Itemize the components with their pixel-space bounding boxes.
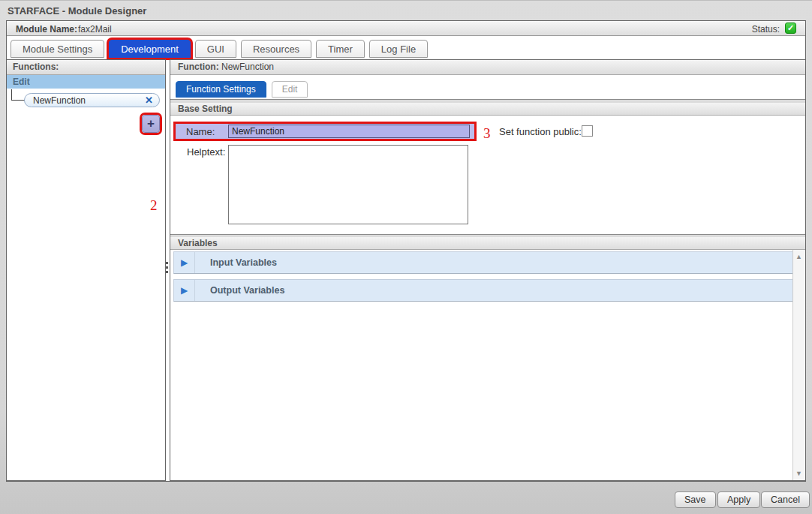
scroll-up-icon[interactable]: ▲ (793, 251, 804, 262)
tree-root-edit[interactable]: Edit (7, 75, 165, 89)
tab-gui[interactable]: GUI (195, 40, 236, 58)
apply-button[interactable]: Apply (717, 491, 760, 508)
variables-header: Variables (170, 237, 805, 250)
tab-function-settings[interactable]: Function Settings (176, 81, 266, 98)
name-label: Name: (186, 126, 215, 137)
tab-development[interactable]: Development (109, 40, 191, 58)
chevron-right-icon: ▶ (181, 285, 188, 296)
cancel-button[interactable]: Cancel (761, 491, 810, 508)
status-green-check-icon[interactable]: ✓ (785, 23, 796, 34)
input-variables-label: Input Variables (195, 257, 277, 268)
set-function-public-checkbox[interactable] (582, 125, 593, 137)
functions-panel-header: Functions: (7, 60, 165, 75)
output-variables-expand-cell[interactable]: ▶ (174, 280, 195, 301)
window-title: STARFACE - Module Designer (8, 5, 146, 17)
set-function-public-label: Set function public: (499, 126, 582, 137)
tab-log-file[interactable]: Log File (369, 40, 428, 58)
base-setting-header: Base Setting (170, 103, 805, 116)
module-name-label: Module Name: (16, 24, 77, 35)
name-row-highlighted: Name: (173, 122, 477, 141)
output-variables-row[interactable]: ▶ Output Variables (173, 279, 794, 302)
input-variables-row[interactable]: ▶ Input Variables (173, 251, 794, 274)
status-label: Status: (752, 24, 780, 35)
helptext-textarea[interactable] (228, 145, 468, 224)
functions-panel: Functions: Edit NewFunction ✕ + 2 (6, 59, 166, 481)
tree-connector-line (11, 89, 25, 101)
main-tab-bar: Module Settings Development GUI Resource… (11, 40, 428, 58)
function-item-label: NewFunction (33, 95, 86, 106)
tab-module-settings[interactable]: Module Settings (11, 40, 104, 58)
module-designer-window: STARFACE - Module Designer Module Name: … (0, 0, 812, 514)
annotation-step-2: 2 (150, 197, 158, 214)
delete-function-icon[interactable]: ✕ (145, 95, 153, 106)
panel-splitter-handle[interactable] (165, 259, 169, 275)
module-name-bar: Module Name: fax2Mail Status: ✓ (7, 21, 805, 36)
function-detail-panel: Function: NewFunction Function Settings … (170, 59, 806, 481)
function-name-input[interactable] (228, 125, 470, 138)
helptext-label: Helptext: (187, 146, 225, 158)
function-header-value: NewFunction (221, 62, 274, 72)
input-variables-expand-cell[interactable]: ▶ (174, 252, 195, 273)
chevron-right-icon: ▶ (181, 257, 188, 268)
save-button[interactable]: Save (675, 491, 716, 508)
annotation-step-3: 3 (483, 125, 491, 142)
tab-timer[interactable]: Timer (316, 40, 365, 58)
function-header-label: Function: (178, 62, 219, 72)
function-tab-bar: Function Settings Edit (176, 81, 308, 98)
add-function-button[interactable]: + (142, 115, 160, 133)
output-variables-label: Output Variables (195, 285, 284, 296)
tab-function-edit[interactable]: Edit (272, 81, 308, 98)
module-name-value: fax2Mail (78, 24, 112, 35)
function-header: Function: NewFunction (170, 60, 805, 75)
scroll-down-icon[interactable]: ▼ (793, 468, 804, 479)
variables-scrollbar[interactable]: ▲ ▼ (792, 250, 804, 480)
tree-item-newfunction[interactable]: NewFunction ✕ (24, 93, 160, 107)
title-bar: STARFACE - Module Designer (0, 1, 812, 20)
tab-resources[interactable]: Resources (241, 40, 311, 58)
